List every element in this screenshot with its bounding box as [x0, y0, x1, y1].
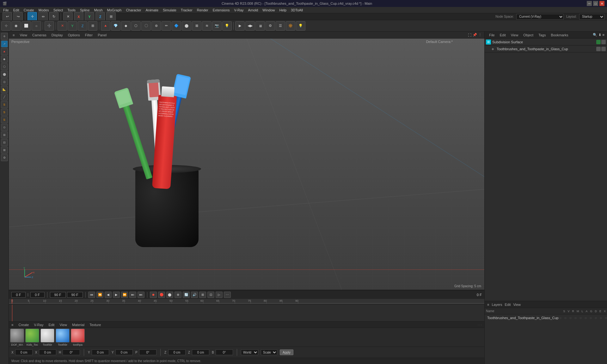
next-button[interactable]: ⏩ — [121, 292, 128, 298]
toolbar-rect-select[interactable]: ⬜ — [21, 21, 31, 31]
play-button[interactable]: ▶ — [113, 292, 120, 298]
toolbar-render3[interactable]: 🖥 — [255, 21, 265, 31]
go-end-button[interactable]: ⏭ — [138, 292, 144, 298]
layout-select[interactable]: Startup — [579, 14, 604, 20]
material-item-paste[interactable]: toothpa — [71, 329, 85, 346]
material-item-kids[interactable]: Kids_Toc — [25, 329, 39, 346]
panel-menu-icon[interactable]: ≡ — [603, 33, 604, 37]
viewport-dots[interactable]: ⋮ — [478, 33, 482, 37]
current-frame-input[interactable] — [11, 292, 26, 298]
prev-button[interactable]: ◀ — [105, 292, 112, 298]
coord-y2-input[interactable] — [115, 349, 133, 355]
viewport-tab-filter[interactable]: Filter — [84, 33, 94, 37]
material-view[interactable]: View — [58, 323, 68, 327]
apply-button[interactable]: Apply — [280, 349, 293, 355]
li-s[interactable]: □ — [559, 316, 562, 320]
toolbar-spline1[interactable]: ✏ — [162, 21, 171, 31]
coord-p-input[interactable] — [139, 349, 156, 355]
coord-y-input[interactable] — [92, 349, 109, 355]
li-e[interactable]: □ — [599, 316, 603, 320]
toolbar-render4[interactable]: ⚙ — [266, 21, 275, 31]
world-dropdown[interactable]: World Local Object — [241, 349, 258, 355]
viewport-canvas[interactable]: Perspective Default Camera:* — [9, 39, 484, 290]
panel-tab-edit[interactable]: Edit — [498, 33, 508, 38]
li-d[interactable]: □ — [594, 316, 598, 320]
close-button[interactable]: ✕ — [599, 1, 604, 6]
obj-item-mesh[interactable]: ◈ Toothbrushes_and_Toothpaste_in_Glass_C… — [485, 46, 607, 52]
toolbar-loop-select[interactable]: ○ — [32, 21, 41, 31]
prev-frame-button[interactable]: ⏪ — [96, 292, 103, 298]
li-a[interactable]: □ — [584, 316, 588, 320]
toolbar-live-select[interactable]: ◉ — [11, 21, 21, 31]
toolbar-camera[interactable]: 📷 — [212, 21, 222, 31]
y-axis[interactable]: Y — [85, 12, 94, 21]
more-button[interactable]: ⋯ — [224, 292, 231, 298]
key-all-button[interactable]: ⊡ — [207, 292, 214, 298]
tool-s3[interactable]: S — [1, 116, 8, 123]
tool-line[interactable]: ╱ — [1, 94, 8, 100]
go-start-button[interactable]: ⏮ — [88, 292, 95, 298]
tool-s2[interactable]: S — [1, 109, 8, 116]
rotate-tool[interactable]: ↻ — [49, 12, 58, 21]
viewport-tab-cameras[interactable]: Cameras — [31, 33, 48, 37]
viewport[interactable]: ≡ View Cameras Display Options Filter Pa… — [9, 32, 484, 290]
material-edit[interactable]: Edit — [47, 323, 56, 327]
panel-tab-object[interactable]: Object — [521, 33, 535, 38]
tool-grid2[interactable]: ⊟ — [1, 139, 8, 146]
tool-move[interactable]: ✛ — [1, 33, 8, 40]
coord-z2-input[interactable] — [192, 349, 209, 355]
redo-button[interactable]: ↪ — [13, 12, 23, 21]
toolbar-spline2[interactable]: 🔷 — [172, 21, 181, 31]
tool-nurbs[interactable]: ⬡ — [1, 63, 8, 70]
layer-item-main[interactable]: Toothbrushes_and_Toothpaste_in_Glass_Cup… — [485, 314, 607, 321]
node-space-select[interactable]: Current (V-Ray) — [516, 14, 564, 20]
maximize-button[interactable]: □ — [593, 1, 598, 6]
material-item-brush2[interactable]: Toothbr — [56, 329, 70, 346]
tool-grid3[interactable]: ⊠ — [1, 147, 8, 154]
toolbar-obj4[interactable]: ⬡ — [131, 21, 141, 31]
coord-z-input[interactable] — [168, 349, 186, 355]
all-axis[interactable]: ⊞ — [106, 12, 116, 21]
preview-button[interactable]: ▷ — [216, 292, 223, 298]
li-g[interactable]: □ — [589, 316, 593, 320]
scale-dropdown[interactable]: Scale Size — [261, 349, 277, 355]
layers-edit[interactable]: Edit — [505, 303, 511, 306]
obj-item-subdiv[interactable]: ⊞ Subdivision Surface — [485, 39, 607, 46]
tool-s1[interactable]: S — [1, 101, 8, 108]
obj-lock-btn[interactable] — [601, 40, 606, 44]
panel-tab-bookmarks[interactable]: Bookmarks — [549, 33, 570, 38]
toolbar-points[interactable]: ✕ — [58, 21, 67, 31]
li-x[interactable]: □ — [604, 316, 607, 320]
tool-arrow[interactable]: ↗ — [1, 40, 8, 47]
toolbar-render7[interactable]: 💡 — [296, 21, 305, 31]
toolbar-light[interactable]: 💡 — [222, 21, 232, 31]
toolbar-deform[interactable]: ≋ — [202, 21, 212, 31]
end-frame-input[interactable] — [50, 292, 66, 298]
obj-vis-btn[interactable] — [596, 40, 601, 44]
sound-button[interactable]: 🔊 — [191, 292, 198, 298]
tool-grid[interactable]: ⊞ — [1, 131, 8, 138]
scale-tool[interactable]: ⇔ — [38, 12, 48, 21]
tool-brush[interactable]: ⊙ — [1, 124, 8, 131]
x-axis[interactable]: X — [74, 12, 83, 21]
toolbar-obj3[interactable]: ◆ — [121, 21, 131, 31]
auto-key-button[interactable]: 🔴 — [158, 292, 165, 298]
toolbar-new[interactable]: ➕ — [45, 21, 54, 31]
coord-x2-input[interactable] — [39, 349, 56, 355]
li-v[interactable]: □ — [564, 316, 567, 320]
toolbar-edges[interactable]: Y — [68, 21, 77, 31]
new-object-button[interactable]: ✕ — [63, 12, 73, 21]
viewport-expand[interactable]: ⛶ — [468, 33, 471, 37]
layers-menu-icon[interactable]: ≡ — [487, 303, 489, 306]
material-texture[interactable]: Texture — [88, 323, 102, 327]
motion-button[interactable]: ⊕ — [175, 292, 181, 298]
toolbar-obj1[interactable]: 🔺 — [101, 21, 110, 31]
frame-input-2[interactable] — [30, 292, 45, 298]
next-frame-button[interactable]: ⏭ — [129, 292, 136, 298]
layers-tab[interactable]: Layers — [492, 303, 502, 306]
material-material[interactable]: Material — [71, 323, 86, 327]
toolbar-uvw[interactable]: ⊞ — [88, 21, 97, 31]
tool-measure[interactable]: 📐 — [1, 86, 8, 93]
li-r[interactable]: □ — [569, 316, 573, 320]
coord-b-input[interactable] — [216, 349, 233, 355]
